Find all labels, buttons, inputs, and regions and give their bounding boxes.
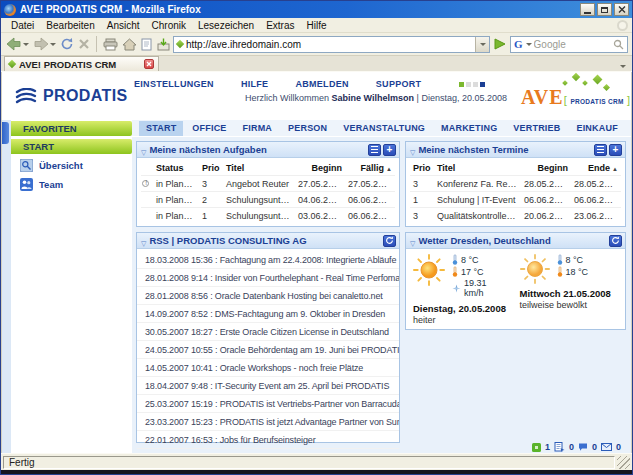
- search-bar[interactable]: G: [510, 36, 628, 53]
- termin-row[interactable]: 1Schulung | IT-Event06.06.200806.06.2008: [410, 192, 621, 208]
- menu-lesezeichen[interactable]: Lesezeichen: [192, 19, 260, 32]
- header-link-einstellungen[interactable]: EINSTELLUNGEN: [134, 79, 214, 89]
- downloads-button[interactable]: [156, 35, 171, 54]
- task-row[interactable]: in Planung1Schulungsunterlagen aktua...0…: [141, 208, 395, 224]
- termine-list-button[interactable]: [594, 144, 607, 156]
- title-bar[interactable]: AVE! PRODATIS CRM - Mozilla Firefox: [1, 1, 632, 18]
- rss-item[interactable]: 30.05.2007 18:27 : Erste Oracle Citizen …: [137, 323, 399, 341]
- tasks-indicator[interactable]: [554, 442, 565, 452]
- rss-item[interactable]: 18.04.2007 9:48 : IT-Security Event am 2…: [137, 377, 399, 395]
- rss-item[interactable]: 22.01.2007 13:44 : Neu bei Oracle: Enter…: [137, 449, 399, 453]
- mail-indicator[interactable]: [601, 443, 612, 451]
- rss-item[interactable]: 23.03.2007 15:23 : PRODATIS ist jetzt Ad…: [137, 413, 399, 431]
- menu-ansicht[interactable]: Ansicht: [101, 19, 146, 32]
- column-titel[interactable]: Titel: [434, 161, 521, 176]
- menu-chronik[interactable]: Chronik: [146, 19, 192, 32]
- tab-firma[interactable]: FIRMA: [236, 121, 280, 136]
- search-engine-dropdown-icon[interactable]: [526, 43, 532, 46]
- resize-grip[interactable]: [617, 456, 630, 469]
- column-ende[interactable]: Ende: [571, 161, 621, 176]
- menu-datei[interactable]: Datei: [5, 19, 40, 32]
- header-link-hilfe[interactable]: HILFE: [241, 79, 269, 89]
- close-button[interactable]: [614, 3, 629, 16]
- tasks-list-button[interactable]: [368, 144, 381, 156]
- task-row[interactable]: in Planung3Angebot Reuter27.05.200827.05…: [141, 176, 395, 192]
- weather-panel-header[interactable]: Wetter Dresden, Deutschland: [406, 233, 625, 249]
- tab-start[interactable]: START: [139, 121, 183, 136]
- header-link-support[interactable]: SUPPORT: [376, 79, 422, 89]
- forward-button[interactable]: [32, 35, 57, 54]
- termin-row[interactable]: 3Konferenz Fa. Reuter28.05.200828.05.200…: [410, 176, 621, 192]
- rss-item[interactable]: 24.05.2007 10:55 : Oracle Behördentag am…: [137, 341, 399, 359]
- column-titel[interactable]: Titel: [223, 161, 295, 176]
- sidebar-collapse-handle[interactable]: [2, 122, 9, 144]
- task-row[interactable]: in Planung2Schulungsunterlagen drucken04…: [141, 192, 395, 208]
- tab-ave-prodatis-crm[interactable]: AVE! PRODATIS CRM: [4, 56, 159, 71]
- menu-bearbeiten[interactable]: Bearbeiten: [40, 19, 100, 32]
- tab-person[interactable]: PERSON: [281, 121, 334, 136]
- termine-panel-header[interactable]: Meine nächsten Termine: [406, 142, 625, 158]
- tab-office[interactable]: OFFICE: [185, 121, 233, 136]
- messages-indicator[interactable]: [578, 443, 588, 452]
- menu-hilfe[interactable]: Hilfe: [301, 19, 333, 32]
- tab-vertrieb[interactable]: VERTRIEB: [506, 121, 567, 136]
- tasks-panel-header[interactable]: Meine nächsten Aufgaben: [137, 142, 399, 158]
- url-input[interactable]: [186, 39, 472, 50]
- url-history-dropdown[interactable]: [475, 37, 489, 52]
- bookmark-page-button[interactable]: [140, 35, 154, 54]
- header-link-abmelden[interactable]: ABMELDEN: [295, 79, 348, 89]
- column-prio[interactable]: Prio: [410, 161, 434, 176]
- mail-icon: [601, 443, 612, 451]
- tab-list-dropdown-icon[interactable]: [620, 65, 626, 68]
- back-dropdown-icon[interactable]: [23, 43, 29, 46]
- rss-item[interactable]: 22.01.2007 16:53 : Jobs für Berufseinste…: [137, 431, 399, 449]
- ave-diamond-icon: [572, 73, 580, 81]
- column-beginn[interactable]: Beginn: [295, 161, 345, 176]
- reload-button[interactable]: [59, 35, 75, 54]
- rss-item[interactable]: 25.03.2007 15:19 : PRODATIS ist Vertrieb…: [137, 395, 399, 413]
- tab-marketing[interactable]: MARKETING: [434, 121, 504, 136]
- sidebar-item-team[interactable]: Team: [11, 173, 132, 192]
- weather-refresh-button[interactable]: [609, 235, 622, 247]
- tab-produkte[interactable]: PRODUKTE: [627, 121, 632, 136]
- page-icon: [141, 38, 153, 51]
- rss-refresh-button[interactable]: [383, 235, 396, 247]
- search-input[interactable]: [534, 39, 611, 50]
- column-f-llig[interactable]: Fällig: [345, 161, 395, 176]
- rss-item[interactable]: 14.05.2007 10:41 : Oracle Workshops - no…: [137, 359, 399, 377]
- print-button[interactable]: [102, 35, 119, 54]
- tab-einkauf[interactable]: EINKAUF: [569, 121, 624, 136]
- column-prio[interactable]: Prio: [199, 161, 223, 176]
- tab-close-button[interactable]: [144, 59, 154, 69]
- collapse-triangle-icon[interactable]: [409, 232, 418, 250]
- collapse-triangle-icon[interactable]: [140, 232, 149, 250]
- maximize-button[interactable]: [597, 3, 612, 16]
- rss-item[interactable]: 18.03.2008 15:36 : Fachtagung am 22.4.20…: [137, 251, 399, 269]
- stop-button[interactable]: [77, 35, 91, 54]
- rss-panel-header[interactable]: RSS | PRODATIS CONSULTING AG: [137, 233, 399, 249]
- favoriten-label: FAVORITEN: [23, 123, 77, 134]
- online-indicator[interactable]: [532, 443, 541, 452]
- column-beginn[interactable]: Beginn: [521, 161, 571, 176]
- sidebar-start-header[interactable]: START: [11, 139, 132, 154]
- rss-item[interactable]: 28.01.2008 8:56 : Oracle Datenbank Hosti…: [137, 287, 399, 305]
- tab-veranstaltung[interactable]: VERANSTALTUNG: [336, 121, 432, 136]
- back-button[interactable]: [5, 35, 30, 54]
- collapse-triangle-icon[interactable]: [140, 141, 149, 159]
- termin-row[interactable]: 3Qualitätskontrolle in Mannheim20.06.200…: [410, 208, 621, 224]
- tasks-add-button[interactable]: [383, 144, 396, 156]
- prodatis-logo[interactable]: PRODATIS: [2, 72, 134, 120]
- rss-item[interactable]: 14.09.2007 8:52 : DMS-Fachtagung am 9. O…: [137, 305, 399, 323]
- minimize-button[interactable]: [580, 3, 595, 16]
- sidebar-favoriten-header[interactable]: FAVORITEN: [11, 121, 132, 136]
- forward-dropdown-icon[interactable]: [50, 43, 56, 46]
- menu-extras[interactable]: Extras: [260, 19, 300, 32]
- column-status[interactable]: Status: [153, 161, 199, 176]
- home-button[interactable]: [121, 35, 138, 54]
- url-bar[interactable]: [173, 36, 490, 53]
- collapse-triangle-icon[interactable]: [409, 141, 418, 159]
- termine-add-button[interactable]: [609, 144, 622, 156]
- sidebar-item-uebersicht[interactable]: Übersicht: [11, 154, 132, 173]
- go-button[interactable]: [492, 35, 508, 54]
- rss-item[interactable]: 28.01.2008 9:14 : Insider von Fourthelep…: [137, 269, 399, 287]
